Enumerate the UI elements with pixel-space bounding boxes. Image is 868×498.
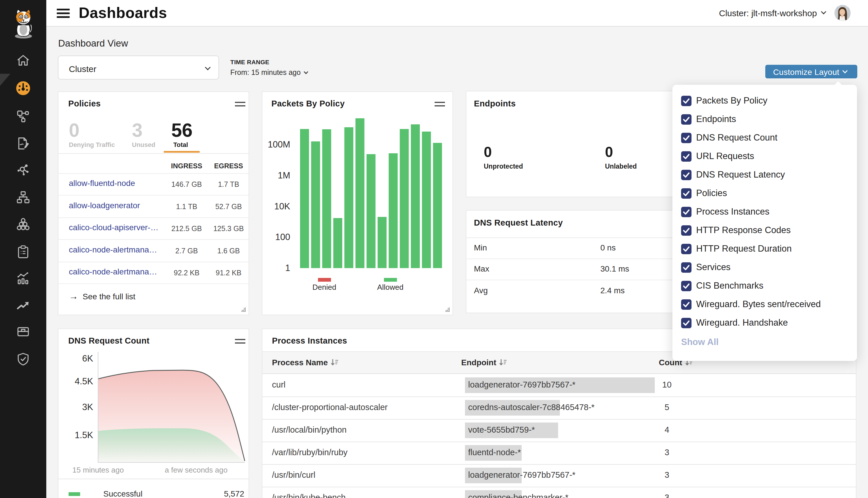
svg-text:1M: 1M <box>278 170 290 181</box>
svg-text:100M: 100M <box>268 140 290 149</box>
svg-text:1.5K: 1.5K <box>75 430 93 440</box>
svg-text:10K: 10K <box>274 201 290 211</box>
svg-text:4.5K: 4.5K <box>75 376 93 386</box>
svg-text:3K: 3K <box>82 402 93 412</box>
svg-text:6K: 6K <box>82 353 93 364</box>
svg-text:100: 100 <box>275 232 290 242</box>
svg-text:1: 1 <box>285 263 290 273</box>
